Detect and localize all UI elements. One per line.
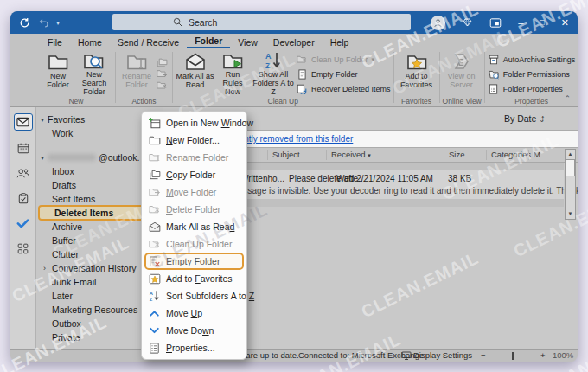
menu-item-label: Mark All as Read <box>166 221 234 232</box>
scroll-up-icon[interactable]: ▲ <box>568 150 573 159</box>
collapse-ribbon-button[interactable]: ⌃ <box>564 94 571 103</box>
maximize-button[interactable]: □ <box>540 19 544 27</box>
move-folder-icon <box>148 187 161 197</box>
zoom-out-button[interactable]: − <box>481 350 486 360</box>
account-avatar[interactable] <box>431 16 445 30</box>
zoom-slider-thumb[interactable] <box>512 352 514 360</box>
folder-label: Private <box>52 332 80 343</box>
minimize-button[interactable]: – <box>518 18 523 28</box>
menu-item-open-in-new-window[interactable]: Open in New Window <box>142 114 246 131</box>
menu-item-label: Move Up <box>166 308 202 318</box>
menu-item-label: Open in New Window <box>166 118 253 128</box>
sort-by-dropdown[interactable]: By Date ⌄ <box>504 113 545 124</box>
ribbon-group-new: New Folder New Search Folder New <box>38 48 114 106</box>
folder-action-small-buttons <box>155 49 169 96</box>
ribbon-divider <box>439 52 440 103</box>
menu-item-add-to-favorites[interactable]: Add to Favorites <box>142 270 246 287</box>
group-label-properties: Properties <box>488 96 576 106</box>
sort-az-icon: AZ <box>148 290 161 302</box>
folder-label: Later <box>52 291 73 301</box>
add-to-favorites-button[interactable]: Add to Favorites <box>397 49 437 96</box>
folder-label: Deleted Items <box>54 208 113 218</box>
ribbon-divider <box>484 52 485 103</box>
folder-label: Sent Items <box>52 194 95 204</box>
empty-folder-label: Empty Folder <box>311 70 358 79</box>
ribbon-group-online-view: E View on Server Online View <box>441 48 483 106</box>
zoom-slider[interactable] <box>491 356 536 356</box>
column-header-categories[interactable]: Categories <box>491 150 531 159</box>
folder-label: Marketing Resources <box>52 305 137 315</box>
display-settings-icon[interactable] <box>401 351 412 360</box>
menu-item-move-up[interactable]: Move Up <box>142 305 246 322</box>
column-header-m[interactable]: M.. <box>534 150 545 159</box>
people-nav-icon[interactable] <box>15 165 32 181</box>
folder-permissions-button[interactable]: Folder Permissions <box>488 67 576 81</box>
new-search-folder-button[interactable]: New Search Folder <box>76 49 112 96</box>
ribbon-tab-help[interactable]: Help <box>323 34 357 48</box>
main-area: ▾FavoritesWork▾@outlook.InboxDraftsSent … <box>10 107 578 349</box>
menu-item-new-folder[interactable]: New Folder... <box>142 131 246 149</box>
chevron-down-icon: ▾ <box>41 154 44 162</box>
vertical-scrollbar[interactable]: ▲ ▼ <box>565 149 576 220</box>
ribbon-tab-home[interactable]: Home <box>70 34 110 48</box>
menu-item-empty-folder[interactable]: Empty Folder <box>142 253 246 270</box>
empty-folder-ribbon-button[interactable]: Empty Folder <box>296 67 391 81</box>
search-input[interactable]: Search <box>112 14 411 30</box>
show-all-folders-button[interactable]: AZ Show All Folders A to Z <box>251 49 296 96</box>
send-receive-sync-icon[interactable] <box>19 17 30 29</box>
menu-item-label: Empty Folder <box>166 256 220 266</box>
menu-item-properties[interactable]: Properties... <box>142 339 246 356</box>
menu-item-sort-subfolders-a-to-z[interactable]: AZSort Subfolders A to Z <box>142 287 246 305</box>
mail-nav-icon[interactable] <box>14 113 33 131</box>
tasks-nav-icon[interactable] <box>15 190 32 206</box>
ribbon-tab-folder[interactable]: Folder <box>187 34 230 48</box>
folder-properties-icon <box>488 84 500 94</box>
ribbon-tab-view[interactable]: View <box>230 34 265 48</box>
outlook-window: ▾ Search – □ ✕ FileHomeSend / ReceiveFol… <box>10 11 578 362</box>
column-header-subject[interactable]: Subject <box>272 150 300 159</box>
quick-access-chevron-icon[interactable]: ▾ <box>56 19 60 27</box>
menu-item-mark-all-as-read[interactable]: Mark All as Read <box>142 218 246 235</box>
autoarchive-settings-button[interactable]: AutoArchive Settings <box>488 52 576 67</box>
folder-properties-button[interactable]: Folder Properties <box>488 81 576 96</box>
menu-item-label: Delete Folder <box>166 204 220 215</box>
scroll-down-icon[interactable]: ▼ <box>568 209 573 219</box>
chevron-down-icon <box>148 326 161 335</box>
menu-item-move-down[interactable]: Move Down <box>142 322 246 339</box>
scrollbar-thumb[interactable] <box>566 159 575 176</box>
mark-read-icon <box>148 221 161 232</box>
ribbon-tab-send-receive[interactable]: Send / Receive <box>110 34 187 48</box>
menu-item-label: Move Folder <box>166 187 216 197</box>
run-rules-now-button[interactable]: Run Rules Now <box>214 49 251 96</box>
folder-label: Conversation History <box>52 263 136 273</box>
recover-deleted-items-button[interactable]: Recover Deleted Items <box>296 81 391 96</box>
ribbon-tab-file[interactable]: File <box>40 34 70 48</box>
column-header-size[interactable]: Size <box>449 150 464 159</box>
recover-deleted-items-label: Recover Deleted Items <box>311 85 391 93</box>
new-folder-button[interactable]: New Folder <box>40 49 76 96</box>
todo-nav-icon[interactable] <box>15 215 32 231</box>
empty-folder-icon <box>296 69 308 80</box>
folder-label: Work <box>52 128 73 138</box>
undo-icon[interactable] <box>39 17 49 28</box>
show-all-folders-icon: AZ <box>265 51 282 70</box>
sort-direction-icon[interactable]: ↑ <box>540 112 546 123</box>
column-separator <box>528 150 529 160</box>
new-folder-icon <box>48 51 68 72</box>
calendar-nav-icon[interactable] <box>15 140 32 156</box>
mark-all-as-read-button[interactable]: Mark All as Read <box>176 49 214 96</box>
column-header-received[interactable]: Received ▾ <box>331 150 371 159</box>
ribbon-tab-developer[interactable]: Developer <box>265 34 323 48</box>
close-button[interactable]: ✕ <box>561 18 569 28</box>
menu-item-copy-folder[interactable]: Copy Folder <box>142 166 246 183</box>
autoarchive-settings-icon <box>488 55 500 65</box>
meet-now-icon[interactable] <box>489 18 502 28</box>
display-settings-label[interactable]: Display Settings <box>413 350 472 360</box>
premium-diamond-icon[interactable] <box>462 17 473 28</box>
chevron-right-icon: › <box>43 264 46 273</box>
zoom-in-button[interactable]: + <box>540 350 546 360</box>
chevron-down-icon: ▾ <box>41 116 44 124</box>
desktop-background: ▾ Search – □ ✕ FileHomeSend / ReceiveFol… <box>0 0 588 372</box>
menu-item-label: Properties... <box>166 343 215 353</box>
more-apps-icon[interactable] <box>15 241 32 256</box>
